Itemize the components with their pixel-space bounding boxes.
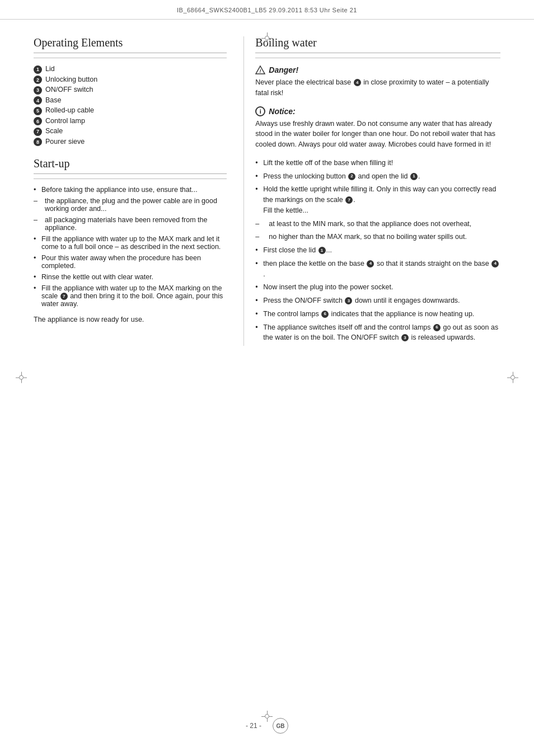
top-crosshair <box>261 32 273 45</box>
left-column: Operating Elements 1 Lid 2 Unlocking but… <box>34 36 243 346</box>
item-number: 6 <box>34 117 42 125</box>
list-item: Lift the kettle off of the base when fil… <box>255 158 500 168</box>
ref-num-4b: 4 <box>367 260 374 267</box>
list-item: Now insert the plug into the power socke… <box>255 282 500 293</box>
header-text: IB_68664_SWKS2400B1_LB5 29.09.2011 8:53 … <box>177 7 357 13</box>
item-number: 5 <box>34 107 42 115</box>
ref-num-4c: 4 <box>491 260 499 267</box>
danger-title: ! Danger! <box>255 65 500 75</box>
ref-num-6b: 6 <box>433 324 441 331</box>
item-number: 4 <box>34 96 42 105</box>
item-label: Lid <box>45 65 55 73</box>
startup-section: Start-up Before taking the appliance int… <box>34 157 227 323</box>
item-label: ON/OFF switch <box>45 86 93 93</box>
list-item: 2 Unlocking button <box>34 76 227 84</box>
boiling-water-section: Boiling water ! Danger! <box>255 36 500 343</box>
list-item: The control lamps 6 indicates that the a… <box>255 309 500 320</box>
ref-num-3b: 3 <box>401 334 409 341</box>
info-icon: i <box>255 106 265 116</box>
list-item: 5 Rolled-up cable <box>34 106 227 115</box>
list-item: Before taking the appliance into use, en… <box>34 186 227 194</box>
list-item: 1 Lid <box>34 65 227 74</box>
notice-title: i Notice: <box>255 106 500 116</box>
ready-text: The appliance is now ready for use. <box>34 316 227 323</box>
right-crosshair <box>507 372 518 384</box>
ref-num-7b: 7 <box>345 196 353 204</box>
item-label: Base <box>45 96 62 104</box>
list-item: no higher than the MAX mark, so that no … <box>255 232 500 242</box>
left-crosshair <box>16 372 27 384</box>
list-item: The appliance switches itself off and th… <box>255 322 500 344</box>
country-badge: GB <box>273 718 288 734</box>
ref-num-3: 3 <box>345 297 352 304</box>
boiling-water-title: Boiling water <box>255 36 500 53</box>
item-label: Scale <box>45 127 63 135</box>
main-content: Operating Elements 1 Lid 2 Unlocking but… <box>0 20 534 363</box>
list-item: 4 Base <box>34 96 227 105</box>
list-item: Hold the kettle upright while filling it… <box>255 184 500 215</box>
list-item: 3 ON/OFF switch <box>34 86 227 95</box>
item-number: 7 <box>34 128 42 136</box>
list-item: Pour this water away when the procedure … <box>34 254 227 270</box>
right-column: Boiling water ! Danger! <box>243 36 500 346</box>
notice-box: i Notice: Always use freshly drawn water… <box>255 106 500 150</box>
item-label: Unlocking button <box>45 76 97 83</box>
list-item: 6 Control lamp <box>34 117 227 126</box>
list-item: Press the ON/OFF switch 3 down until it … <box>255 295 500 306</box>
list-item: then place the kettle on the base 4 so t… <box>255 259 500 280</box>
list-item: at least to the MIN mark, so that the ap… <box>255 219 500 229</box>
list-item: Fill the appliance with water up to the … <box>34 235 227 251</box>
ref-num-4: 4 <box>354 79 361 86</box>
page-footer: - 21 - GB <box>0 718 534 734</box>
operating-elements-section: Operating Elements 1 Lid 2 Unlocking but… <box>34 36 227 146</box>
item-number: 2 <box>34 76 42 84</box>
danger-label: Danger! <box>269 65 298 74</box>
ref-num-7: 7 <box>60 293 68 300</box>
item-label: Rolled-up cable <box>45 106 94 114</box>
ref-num-6: 6 <box>321 311 329 318</box>
list-item: the appliance, the plug and the power ca… <box>34 197 227 213</box>
list-item: Fill the appliance with water up to the … <box>34 284 227 308</box>
header-bar: IB_68664_SWKS2400B1_LB5 29.09.2011 8:53 … <box>0 0 534 20</box>
danger-text: Never place the electrical base 4 in clo… <box>255 77 500 98</box>
list-item: 7 Scale <box>34 127 227 136</box>
list-item: 8 Pourer sieve <box>34 138 227 147</box>
item-label: Pourer sieve <box>45 138 85 145</box>
operating-elements-title: Operating Elements <box>34 36 227 53</box>
ref-num-2: 2 <box>348 173 355 180</box>
list-item: Rinse the kettle out with clear water. <box>34 273 227 281</box>
notice-label: Notice: <box>269 107 295 116</box>
item-label: Control lamp <box>45 117 85 125</box>
svg-text:!: ! <box>260 68 261 74</box>
item-number: 1 <box>34 65 42 74</box>
list-item: First close the lid 1... <box>255 245 500 256</box>
page: IB_68664_SWKS2400B1_LB5 29.09.2011 8:53 … <box>0 0 534 756</box>
startup-title: Start-up <box>34 157 227 174</box>
boiling-steps-list: Lift the kettle off of the base when fil… <box>255 158 500 343</box>
operating-elements-list: 1 Lid 2 Unlocking button 3 ON/OFF switch… <box>34 65 227 146</box>
item-number: 8 <box>34 138 42 146</box>
page-number: - 21 - <box>246 722 261 730</box>
item-number: 3 <box>34 86 42 95</box>
warning-icon: ! <box>255 65 265 75</box>
ref-num-1b: 1 <box>318 247 326 254</box>
notice-text: Always use freshly drawn water. Do not c… <box>255 119 500 150</box>
ref-num-1: 1 <box>410 173 418 180</box>
list-item: Press the unlocking button 2 and open th… <box>255 171 500 182</box>
startup-list: Before taking the appliance into use, en… <box>34 186 227 308</box>
list-item: all packaging materials have been remove… <box>34 216 227 232</box>
danger-box: ! Danger! Never place the electrical bas… <box>255 65 500 98</box>
